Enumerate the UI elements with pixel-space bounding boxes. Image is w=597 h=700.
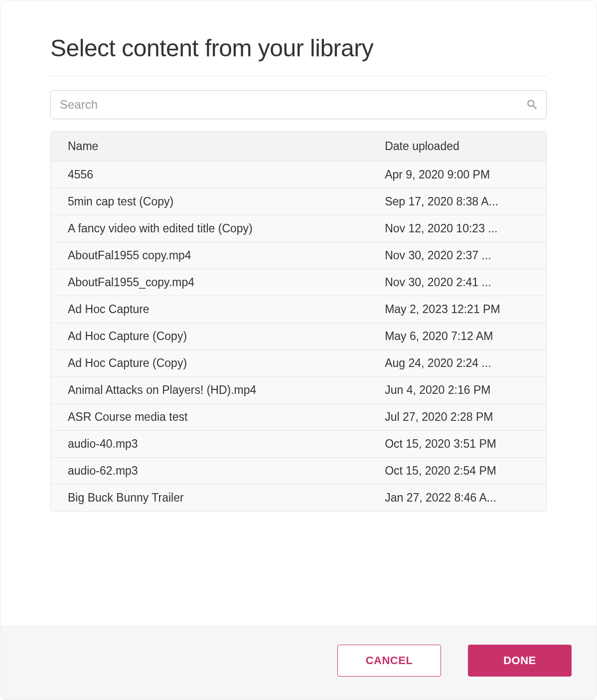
table-row[interactable]: AboutFal1955_copy.mp4Nov 30, 2020 2:41 .… (51, 269, 546, 296)
table-row[interactable]: ASR Course media testJul 27, 2020 2:28 P… (51, 404, 546, 431)
search-wrapper (50, 90, 547, 119)
cell-name: 5min cap test (Copy) (51, 188, 368, 215)
table-row[interactable]: AboutFal1955 copy.mp4Nov 30, 2020 2:37 .… (51, 242, 546, 269)
table-row[interactable]: Animal Attacks on Players! (HD).mp4Jun 4… (51, 377, 546, 404)
table-row[interactable]: Big Buck Bunny TrailerJan 27, 2022 8:46 … (51, 485, 546, 512)
column-header-date[interactable]: Date uploaded (368, 132, 546, 162)
cell-name: Ad Hoc Capture (Copy) (51, 323, 368, 350)
table-row[interactable]: 5min cap test (Copy)Sep 17, 2020 8:38 A.… (51, 188, 546, 215)
search-icon[interactable] (526, 98, 539, 111)
cell-name: ASR Course media test (51, 404, 368, 431)
done-button[interactable]: DONE (468, 645, 572, 677)
cell-date: Jan 27, 2022 8:46 A... (368, 485, 546, 512)
cell-date: Apr 9, 2020 9:00 PM (368, 162, 546, 188)
table-row[interactable]: Ad Hoc Capture (Copy)Aug 24, 2020 2:24 .… (51, 350, 546, 377)
table-row[interactable]: audio-62.mp3Oct 15, 2020 2:54 PM (51, 458, 546, 485)
cancel-button[interactable]: CANCEL (337, 645, 441, 677)
cell-date: Nov 30, 2020 2:41 ... (368, 269, 546, 296)
table-row[interactable]: 4556Apr 9, 2020 9:00 PM (51, 162, 546, 188)
cell-date: May 2, 2023 12:21 PM (368, 296, 546, 323)
cell-date: Oct 15, 2020 2:54 PM (368, 458, 546, 485)
divider (50, 76, 547, 76)
cell-name: AboutFal1955 copy.mp4 (51, 242, 368, 269)
cell-name: A fancy video with edited title (Copy) (51, 215, 368, 242)
cell-date: Jun 4, 2020 2:16 PM (368, 377, 546, 404)
cell-name: audio-40.mp3 (51, 431, 368, 458)
modal-title: Select content from your library (50, 34, 547, 62)
cell-date: Aug 24, 2020 2:24 ... (368, 350, 546, 377)
cell-name: AboutFal1955_copy.mp4 (51, 269, 368, 296)
table-row[interactable]: audio-40.mp3Oct 15, 2020 3:51 PM (51, 431, 546, 458)
table-row[interactable]: Ad Hoc Capture (Copy)May 6, 2020 7:12 AM (51, 323, 546, 350)
cell-name: Ad Hoc Capture (Copy) (51, 350, 368, 377)
table-header-row: Name Date uploaded (51, 132, 546, 162)
select-content-modal: Select content from your library Name Da… (0, 0, 597, 700)
cell-name: Ad Hoc Capture (51, 296, 368, 323)
table-row[interactable]: Ad Hoc CaptureMay 2, 2023 12:21 PM (51, 296, 546, 323)
cell-name: 4556 (51, 162, 368, 188)
cell-name: Big Buck Bunny Trailer (51, 485, 368, 512)
cell-date: Nov 30, 2020 2:37 ... (368, 242, 546, 269)
table-row[interactable]: A fancy video with edited title (Copy)No… (51, 215, 546, 242)
content-table: Name Date uploaded 4556Apr 9, 2020 9:00 … (51, 132, 546, 511)
cell-date: Nov 12, 2020 10:23 ... (368, 215, 546, 242)
search-input[interactable] (50, 90, 547, 119)
column-header-name[interactable]: Name (51, 132, 368, 162)
modal-body: Select content from your library Name Da… (0, 0, 597, 626)
cell-name: audio-62.mp3 (51, 458, 368, 485)
modal-footer: CANCEL DONE (0, 626, 597, 700)
cell-date: Jul 27, 2020 2:28 PM (368, 404, 546, 431)
cell-date: Oct 15, 2020 3:51 PM (368, 431, 546, 458)
cell-name: Animal Attacks on Players! (HD).mp4 (51, 377, 368, 404)
cell-date: Sep 17, 2020 8:38 A... (368, 188, 546, 215)
cell-date: May 6, 2020 7:12 AM (368, 323, 546, 350)
content-table-container: Name Date uploaded 4556Apr 9, 2020 9:00 … (50, 131, 547, 512)
